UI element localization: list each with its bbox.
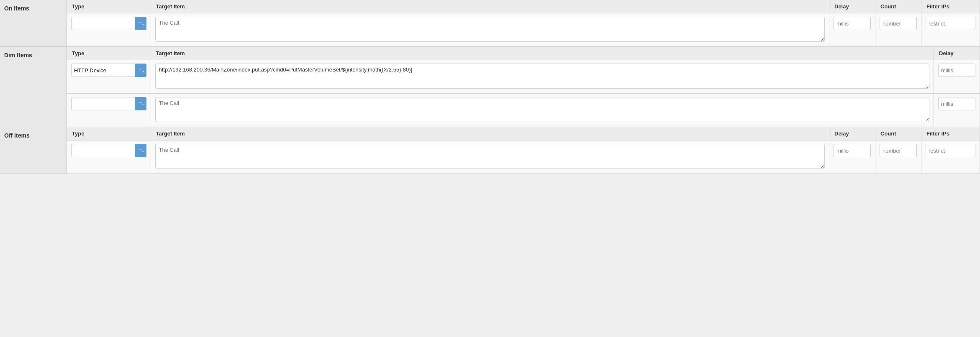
on-items-type-select[interactable]: HTTP Device ISY Device Variable Scene Em… — [71, 17, 146, 30]
table-row: HTTP Device ISY Device Variable Scene Em… — [67, 13, 980, 47]
table-row: HTTP Device ISY Device Variable Scene Em… — [67, 140, 980, 174]
dim-items-col-delay: Delay — [934, 47, 980, 60]
on-items-count-input[interactable] — [880, 17, 917, 30]
on-items-type-select-wrapper: HTTP Device ISY Device Variable Scene Em… — [71, 17, 146, 30]
on-items-filter-cell — [921, 13, 980, 47]
dim-items-delay-input-1[interactable] — [938, 64, 975, 77]
on-items-delay-cell — [829, 13, 875, 47]
off-items-col-target: Target Item — [151, 127, 829, 140]
dim-items-target-textarea-2[interactable] — [155, 97, 930, 122]
dim-items-type-cell-1: HTTP Device ISY Device Variable Scene Em… — [67, 60, 151, 94]
on-items-label: On Items — [0, 0, 67, 46]
dim-items-col-target: Target Item — [151, 47, 934, 60]
on-items-target-cell — [151, 13, 829, 47]
off-items-type-select-wrapper: HTTP Device ISY Device Variable Scene Em… — [71, 144, 146, 157]
table-row: HTTP Device ISY Device Variable Scene Em… — [67, 60, 980, 94]
on-items-target-textarea[interactable] — [155, 17, 825, 42]
off-items-table: Type Target Item Delay Count Filter IPs — [67, 127, 980, 174]
off-items-target-textarea[interactable] — [155, 144, 825, 169]
off-items-type-select[interactable]: HTTP Device ISY Device Variable Scene Em… — [71, 144, 146, 157]
off-items-content: Type Target Item Delay Count Filter IPs — [67, 127, 980, 174]
on-items-col-target: Target Item — [151, 0, 829, 13]
on-items-table: Type Target Item Delay Count Filter IPs — [67, 0, 980, 46]
table-row: HTTP Device ISY Device Variable Scene Em… — [67, 94, 980, 127]
dim-items-delay-cell-2 — [934, 94, 980, 127]
dim-items-label: Dim Items — [0, 47, 67, 127]
on-items-count-cell — [875, 13, 921, 47]
on-items-col-delay: Delay — [829, 0, 875, 13]
dim-items-type-select-1[interactable]: HTTP Device ISY Device Variable Scene Em… — [71, 64, 146, 77]
off-items-count-input[interactable] — [880, 144, 917, 157]
dim-items-table: Type Target Item Delay — [67, 47, 980, 127]
off-items-section: Off Items Type Target Item Delay Count F… — [0, 127, 980, 174]
dim-items-section: Dim Items Type Target Item Delay — [0, 47, 980, 127]
off-items-count-cell — [875, 140, 921, 174]
dim-items-type-select-wrapper-1: HTTP Device ISY Device Variable Scene Em… — [71, 64, 146, 77]
off-items-col-delay: Delay — [829, 127, 875, 140]
on-items-filter-input[interactable] — [926, 17, 975, 30]
off-items-delay-cell — [829, 140, 875, 174]
dim-items-delay-input-2[interactable] — [938, 97, 975, 110]
on-items-col-type: Type — [67, 0, 151, 13]
on-items-delay-input[interactable] — [834, 17, 871, 30]
dim-items-col-type: Type — [67, 47, 151, 60]
off-items-type-cell: HTTP Device ISY Device Variable Scene Em… — [67, 140, 151, 174]
off-items-label: Off Items — [0, 127, 67, 174]
off-items-delay-input[interactable] — [834, 144, 871, 157]
on-items-col-filter: Filter IPs — [921, 0, 980, 13]
off-items-col-count: Count — [875, 127, 921, 140]
dim-items-target-cell-1: http://192.168.200.36/MainZone/index.put… — [151, 60, 934, 94]
off-items-filter-cell — [921, 140, 980, 174]
dim-items-target-cell-2 — [151, 94, 934, 127]
on-items-content: Type Target Item Delay Count Filter IPs — [67, 0, 980, 46]
off-items-col-type: Type — [67, 127, 151, 140]
on-items-type-cell: HTTP Device ISY Device Variable Scene Em… — [67, 13, 151, 47]
content-area: On Items Type Target Item Delay Count Fi… — [0, 0, 980, 337]
off-items-target-cell — [151, 140, 829, 174]
dim-items-content: Type Target Item Delay — [67, 47, 980, 127]
dim-items-type-cell-2: HTTP Device ISY Device Variable Scene Em… — [67, 94, 151, 127]
off-items-filter-input[interactable] — [926, 144, 975, 157]
dim-items-type-select-wrapper-2: HTTP Device ISY Device Variable Scene Em… — [71, 97, 146, 110]
dim-items-delay-cell-1 — [934, 60, 980, 94]
main-container: On Items Type Target Item Delay Count Fi… — [0, 0, 980, 337]
off-items-col-filter: Filter IPs — [921, 127, 980, 140]
dim-items-type-select-2[interactable]: HTTP Device ISY Device Variable Scene Em… — [71, 97, 146, 110]
on-items-section: On Items Type Target Item Delay Count Fi… — [0, 0, 980, 47]
on-items-col-count: Count — [875, 0, 921, 13]
dim-items-target-textarea-1[interactable]: http://192.168.200.36/MainZone/index.put… — [155, 64, 930, 89]
